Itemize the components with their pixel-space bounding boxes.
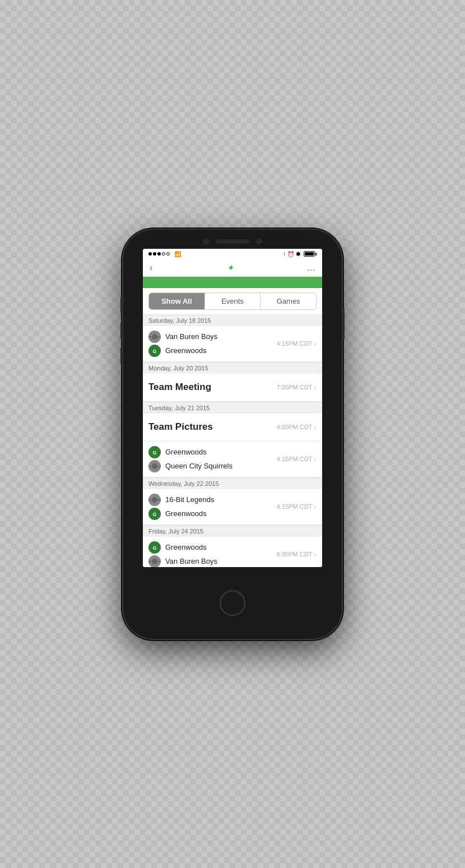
event-name: Team Meeting bbox=[148, 382, 277, 393]
event-time: 4:00PM CDT bbox=[277, 424, 313, 430]
edit-button[interactable]: … bbox=[306, 263, 315, 273]
team-name: Greenwoods bbox=[165, 448, 207, 456]
event-time: 7:00PM CDT bbox=[277, 384, 313, 391]
game-content: 16-Bit Legends G Greenwoods bbox=[148, 494, 277, 520]
signal-dot-3 bbox=[157, 252, 161, 256]
battery-icon bbox=[304, 251, 317, 257]
wifi-icon: 📶 bbox=[174, 251, 181, 257]
battery-body bbox=[304, 251, 315, 257]
tab-bar: Show All Events Games bbox=[148, 293, 317, 310]
back-button[interactable]: ‹ bbox=[150, 263, 154, 273]
team-row: G Greenwoods bbox=[148, 541, 277, 554]
game-time: 4:15PM CDT bbox=[277, 503, 313, 510]
team-row: 16-Bit Legends bbox=[148, 494, 277, 506]
home-button[interactable] bbox=[220, 590, 245, 616]
schedule-event-item[interactable]: Team Meeting 7:00PM CDT › bbox=[143, 374, 322, 402]
logo-ngin-icon: ✦ bbox=[227, 263, 234, 272]
svg-text:G: G bbox=[152, 545, 156, 551]
game-time: 4:15PM CDT bbox=[277, 456, 313, 462]
team-name: Queen City Squirrels bbox=[165, 462, 232, 470]
date-header: Saturday, July 18 2015 bbox=[143, 314, 322, 326]
status-right: ↑ ⏰ ✱ bbox=[283, 251, 317, 257]
teams-list: 16-Bit Legends G Greenwoods bbox=[148, 494, 277, 520]
phone-frame: 📶 ↑ ⏰ ✱ ‹ ✦ bbox=[123, 230, 342, 639]
game-content: G Greenwoods Van Buren Boys bbox=[148, 541, 277, 567]
svg-point-1 bbox=[152, 334, 157, 340]
more-icon: … bbox=[306, 263, 315, 272]
team-row: Van Buren Boys bbox=[148, 555, 277, 567]
team-logo: G bbox=[148, 541, 161, 554]
team-row: Queen City Squirrels bbox=[148, 460, 277, 472]
signal-dots bbox=[148, 252, 170, 256]
team-row: G Greenwoods bbox=[148, 345, 277, 357]
team-row: G Greenwoods bbox=[148, 508, 277, 520]
location-icon: ↑ bbox=[283, 251, 286, 257]
tab-games[interactable]: Games bbox=[260, 293, 316, 309]
battery-tip bbox=[315, 253, 317, 256]
team-row: Van Buren Boys bbox=[148, 331, 277, 343]
tab-events[interactable]: Events bbox=[204, 293, 261, 309]
game-content: Van Buren Boys G Greenwoods bbox=[148, 331, 277, 357]
alarm-icon: ⏰ bbox=[287, 251, 294, 257]
signal-dot-4 bbox=[162, 252, 165, 256]
svg-point-15 bbox=[152, 559, 157, 564]
chevron-right-icon: › bbox=[314, 423, 317, 431]
team-name: Van Buren Boys bbox=[165, 332, 217, 341]
tab-show-all[interactable]: Show All bbox=[149, 293, 204, 309]
back-chevron-icon: ‹ bbox=[150, 263, 152, 273]
teams-list: G Greenwoods Van Buren Boys bbox=[148, 541, 277, 567]
battery-fill bbox=[305, 252, 314, 256]
chevron-right-icon: › bbox=[314, 339, 317, 348]
svg-point-7 bbox=[152, 463, 157, 469]
bluetooth-icon: ✱ bbox=[296, 251, 300, 257]
chevron-right-icon: › bbox=[314, 383, 317, 392]
signal-dot-5 bbox=[166, 252, 170, 256]
phone-top-bar bbox=[123, 230, 342, 249]
date-header: Tuesday, July 21 2015 bbox=[143, 402, 322, 414]
signal-dot-2 bbox=[153, 252, 156, 256]
chevron-right-icon: › bbox=[314, 502, 317, 511]
time-chevron: 4:15PM CDT › bbox=[277, 454, 317, 463]
chevron-right-icon: › bbox=[314, 454, 317, 463]
date-header: Wednesday, July 22 2015 bbox=[143, 477, 322, 489]
date-header: Friday, July 24 2015 bbox=[143, 525, 322, 537]
team-name: Greenwoods bbox=[165, 346, 207, 355]
team-logo bbox=[148, 460, 161, 472]
schedule-game-item[interactable]: G Greenwoods Van Buren Boys 6:00PM CDT › bbox=[143, 537, 322, 567]
status-left: 📶 bbox=[148, 251, 181, 257]
team-logo bbox=[148, 494, 161, 506]
team-name: Van Buren Boys bbox=[165, 557, 217, 565]
time-chevron: 7:00PM CDT › bbox=[277, 383, 317, 392]
schedule-list: Saturday, July 18 2015 Van Buren Boys G … bbox=[143, 314, 322, 567]
teams-list: Van Buren Boys G Greenwoods bbox=[148, 331, 277, 357]
schedule-game-item[interactable]: G Greenwoods Queen City Squirrels 4:15PM… bbox=[143, 442, 322, 477]
team-row: G Greenwoods bbox=[148, 446, 277, 458]
team-logo: G bbox=[148, 345, 161, 357]
date-header: Monday, July 20 2015 bbox=[143, 362, 322, 374]
game-time: 4:15PM CDT bbox=[277, 340, 313, 347]
team-logo: G bbox=[148, 508, 161, 520]
team-name: 16-Bit Legends bbox=[165, 495, 214, 504]
game-content: G Greenwoods Queen City Squirrels bbox=[148, 446, 277, 472]
team-logo: G bbox=[148, 446, 161, 458]
team-logo bbox=[148, 331, 161, 343]
event-name: Team Pictures bbox=[148, 421, 277, 433]
speaker-grill bbox=[216, 239, 249, 244]
time-chevron: 4:15PM CDT › bbox=[277, 339, 317, 348]
teams-list: G Greenwoods Queen City Squirrels bbox=[148, 446, 277, 472]
page-header bbox=[143, 277, 322, 288]
svg-point-9 bbox=[152, 497, 157, 503]
camera-dot bbox=[203, 239, 209, 244]
team-logo bbox=[148, 555, 161, 567]
schedule-event-item[interactable]: Team Pictures 4:00PM CDT › bbox=[143, 414, 322, 442]
svg-text:G: G bbox=[152, 512, 156, 517]
game-time: 6:00PM CDT bbox=[277, 551, 313, 558]
schedule-game-item[interactable]: 16-Bit Legends G Greenwoods 4:15PM CDT › bbox=[143, 489, 322, 525]
signal-dot-1 bbox=[148, 252, 152, 256]
schedule-game-item[interactable]: Van Buren Boys G Greenwoods 4:15PM CDT › bbox=[143, 326, 322, 362]
sensor-dot bbox=[256, 239, 262, 244]
nav-bar: ‹ ✦ … bbox=[143, 259, 322, 277]
svg-text:G: G bbox=[152, 450, 156, 456]
time-chevron: 6:00PM CDT › bbox=[277, 550, 317, 559]
app-logo: ✦ bbox=[227, 263, 234, 272]
